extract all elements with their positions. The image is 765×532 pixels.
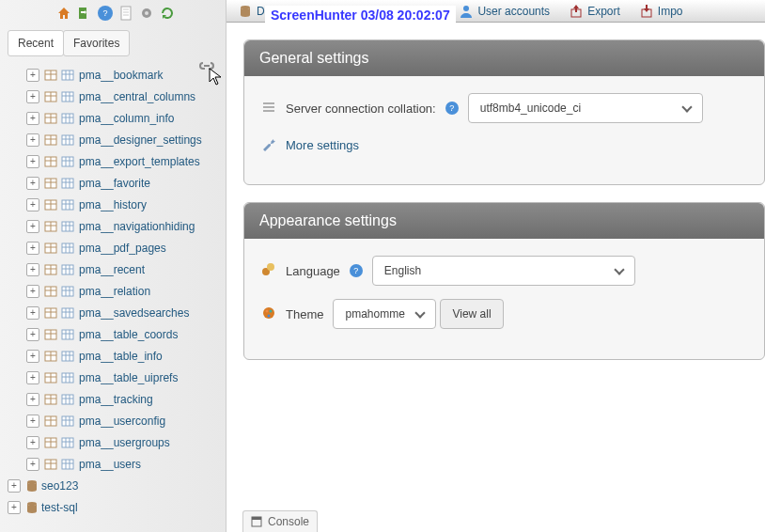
expand-icon[interactable]: + <box>8 479 21 493</box>
table-structure-icon[interactable] <box>60 176 75 191</box>
table-structure-icon[interactable] <box>60 219 75 234</box>
expand-icon[interactable]: + <box>26 198 39 211</box>
table-structure-icon[interactable] <box>60 68 75 83</box>
view-all-button[interactable]: View all <box>440 299 503 329</box>
tab-import[interactable]: Impo <box>639 4 683 19</box>
table-browse-icon[interactable] <box>43 262 58 277</box>
expand-icon[interactable]: + <box>26 220 39 233</box>
tree-table-item[interactable]: +pma__userconfig <box>6 410 226 431</box>
collation-select[interactable]: utf8mb4_unicode_ci <box>468 93 703 123</box>
tree-table-item[interactable]: +pma__users <box>6 453 226 475</box>
db-link[interactable]: test-sql <box>41 501 78 514</box>
tree-table-item[interactable]: +pma__usergroups <box>6 431 226 453</box>
table-link[interactable]: pma__table_coords <box>79 328 178 341</box>
tab-favorites[interactable]: Favorites <box>63 30 130 56</box>
table-structure-icon[interactable] <box>60 154 75 169</box>
expand-icon[interactable]: + <box>26 350 39 363</box>
expand-icon[interactable]: + <box>8 501 21 514</box>
table-browse-icon[interactable] <box>43 414 58 429</box>
table-link[interactable]: pma__central_columns <box>79 90 195 103</box>
tree-table-item[interactable]: +pma__export_templates <box>6 150 226 172</box>
table-browse-icon[interactable] <box>43 133 58 148</box>
tree-table-item[interactable]: +pma__column_info <box>6 107 226 129</box>
table-browse-icon[interactable] <box>43 68 58 83</box>
expand-icon[interactable]: + <box>26 415 39 428</box>
table-structure-icon[interactable] <box>60 133 75 148</box>
table-structure-icon[interactable] <box>60 457 75 472</box>
table-browse-icon[interactable] <box>43 176 58 191</box>
tree-table-item[interactable]: +pma__favorite <box>6 172 226 194</box>
table-browse-icon[interactable] <box>43 111 58 126</box>
table-browse-icon[interactable] <box>43 154 58 169</box>
tree-table-item[interactable]: +pma__table_info <box>6 345 226 367</box>
tree-table-item[interactable]: +pma__savedsearches <box>6 302 226 323</box>
tab-recent[interactable]: Recent <box>8 30 64 56</box>
table-browse-icon[interactable] <box>43 370 58 385</box>
expand-icon[interactable]: + <box>26 285 39 298</box>
table-browse-icon[interactable] <box>43 392 58 407</box>
table-browse-icon[interactable] <box>43 349 58 364</box>
tree-table-item[interactable]: +pma__central_columns <box>6 86 226 107</box>
table-browse-icon[interactable] <box>43 219 58 234</box>
table-link[interactable]: pma__designer_settings <box>79 133 202 147</box>
tree-table-item[interactable]: +pma__table_uiprefs <box>6 367 226 388</box>
table-browse-icon[interactable] <box>43 457 58 472</box>
table-browse-icon[interactable] <box>43 241 58 256</box>
expand-icon[interactable]: + <box>26 242 39 255</box>
help-icon[interactable]: ? <box>98 6 113 21</box>
table-link[interactable]: pma__table_uiprefs <box>79 371 178 384</box>
help-icon[interactable]: ? <box>445 102 459 115</box>
table-browse-icon[interactable] <box>43 284 58 299</box>
table-link[interactable]: pma__usergroups <box>79 436 170 449</box>
expand-icon[interactable]: + <box>26 90 39 103</box>
table-structure-icon[interactable] <box>60 414 75 429</box>
db-link[interactable]: seo123 <box>41 479 78 493</box>
reload-icon[interactable] <box>160 6 175 21</box>
table-link[interactable]: pma__table_info <box>79 350 163 363</box>
language-select[interactable]: English <box>372 256 635 286</box>
tree-table-item[interactable]: +pma__table_coords <box>6 323 226 345</box>
expand-icon[interactable]: + <box>26 177 39 190</box>
tree-table-item[interactable]: +pma__relation <box>6 280 226 302</box>
expand-icon[interactable]: + <box>26 371 39 384</box>
table-structure-icon[interactable] <box>60 197 75 212</box>
tree-table-item[interactable]: +pma__navigationhiding <box>6 215 226 237</box>
table-structure-icon[interactable] <box>60 284 75 299</box>
docs-icon[interactable] <box>118 6 133 21</box>
table-link[interactable]: pma__userconfig <box>79 415 165 428</box>
table-link[interactable]: pma__favorite <box>79 177 150 190</box>
table-link[interactable]: pma__bookmark <box>79 69 163 82</box>
tab-user-accounts[interactable]: User accounts <box>459 4 550 19</box>
expand-icon[interactable]: + <box>26 436 39 449</box>
table-link[interactable]: pma__pdf_pages <box>79 242 166 255</box>
table-structure-icon[interactable] <box>60 349 75 364</box>
table-structure-icon[interactable] <box>60 392 75 407</box>
tree-table-item[interactable]: +pma__tracking <box>6 388 226 410</box>
expand-icon[interactable]: + <box>26 328 39 341</box>
table-link[interactable]: pma__savedsearches <box>79 306 189 320</box>
table-link[interactable]: pma__recent <box>79 263 145 276</box>
tab-export[interactable]: Export <box>569 4 620 19</box>
table-link[interactable]: pma__column_info <box>79 112 174 125</box>
logout-icon[interactable] <box>77 6 92 21</box>
table-structure-icon[interactable] <box>60 241 75 256</box>
table-structure-icon[interactable] <box>60 305 75 321</box>
tree-table-item[interactable]: +pma__history <box>6 194 226 215</box>
table-browse-icon[interactable] <box>43 197 58 212</box>
table-link[interactable]: pma__history <box>79 198 147 211</box>
table-browse-icon[interactable] <box>43 327 58 342</box>
theme-select[interactable]: pmahomme <box>333 299 436 329</box>
table-link[interactable]: pma__users <box>79 458 141 471</box>
expand-icon[interactable]: + <box>26 263 39 276</box>
table-link[interactable]: pma__export_templates <box>79 155 200 168</box>
tree-table-item[interactable]: +pma__bookmark <box>6 64 226 86</box>
console-toggle[interactable]: Console <box>242 510 318 532</box>
table-link[interactable]: pma__tracking <box>79 393 153 406</box>
table-browse-icon[interactable] <box>43 89 58 104</box>
table-structure-icon[interactable] <box>60 435 75 450</box>
expand-icon[interactable]: + <box>26 112 39 125</box>
expand-icon[interactable]: + <box>26 69 39 82</box>
table-browse-icon[interactable] <box>43 435 58 450</box>
table-structure-icon[interactable] <box>60 370 75 385</box>
tree-table-item[interactable]: +pma__pdf_pages <box>6 237 226 258</box>
